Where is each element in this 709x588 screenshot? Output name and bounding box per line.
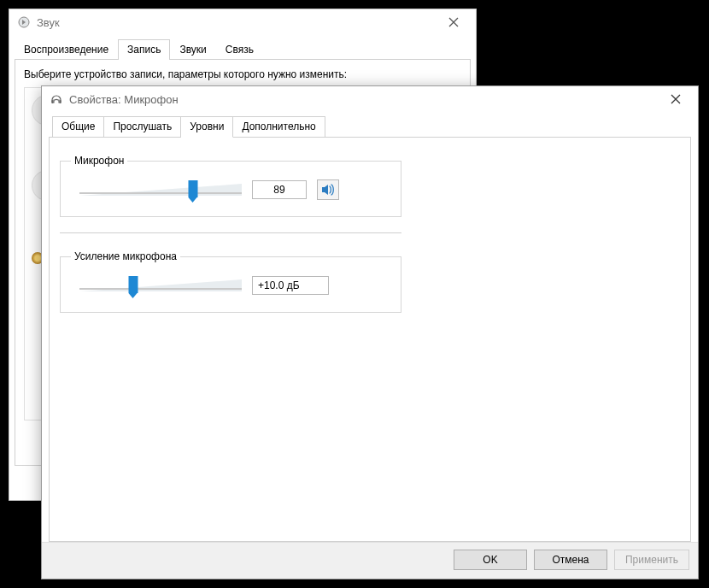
mic-properties-window: Свойства: Микрофон Общие Прослушать Уров… <box>41 85 699 579</box>
microphone-boost-value[interactable]: +10.0 дБ <box>252 276 329 295</box>
microphone-boost-group: Усиление микрофона +10.0 дБ <box>60 250 401 313</box>
tab-recording[interactable]: Запись <box>118 39 170 60</box>
microphone-boost-legend: Усиление микрофона <box>71 250 180 262</box>
tab-communications[interactable]: Связь <box>216 39 263 60</box>
tab-playback[interactable]: Воспроизведение <box>15 39 118 60</box>
microphone-group: Микрофон 89 <box>60 155 401 217</box>
mic-properties-button-row: OK Отмена Применить <box>42 542 698 579</box>
speaker-icon <box>320 182 336 197</box>
microphone-legend: Микрофон <box>71 155 127 167</box>
microphone-level-slider[interactable] <box>79 179 242 201</box>
tab-levels[interactable]: Уровни <box>181 116 233 138</box>
tab-general[interactable]: Общие <box>52 116 104 138</box>
svg-rect-1 <box>52 100 54 103</box>
mic-properties-titlebar: Свойства: Микрофон <box>42 86 698 112</box>
svg-rect-2 <box>60 100 62 103</box>
microphone-level-value[interactable]: 89 <box>252 180 307 199</box>
sound-close-button[interactable] <box>437 10 471 34</box>
sound-icon <box>16 15 32 30</box>
levels-tab-content: Микрофон 89 <box>49 137 691 542</box>
cancel-button[interactable]: Отмена <box>534 550 607 570</box>
ok-button[interactable]: OK <box>454 550 527 570</box>
group-divider <box>60 232 401 233</box>
sound-titlebar: Звук <box>9 9 476 35</box>
apply-button: Применить <box>614 550 689 570</box>
microphone-mute-button[interactable] <box>317 179 339 200</box>
sound-tabstrip: Воспроизведение Запись Звуки Связь <box>9 35 476 59</box>
recording-hint: Выберите устройство записи, параметры ко… <box>24 68 461 80</box>
tab-listen[interactable]: Прослушать <box>104 116 181 138</box>
headset-icon <box>49 91 64 107</box>
tab-advanced[interactable]: Дополнительно <box>233 116 325 138</box>
tab-sounds[interactable]: Звуки <box>170 39 215 60</box>
mic-properties-title: Свойства: Микрофон <box>69 93 659 106</box>
mic-properties-tabstrip: Общие Прослушать Уровни Дополнительно <box>49 112 691 137</box>
microphone-boost-slider[interactable] <box>79 274 242 297</box>
sound-title: Звук <box>37 16 437 29</box>
mic-properties-close-button[interactable] <box>659 87 693 111</box>
